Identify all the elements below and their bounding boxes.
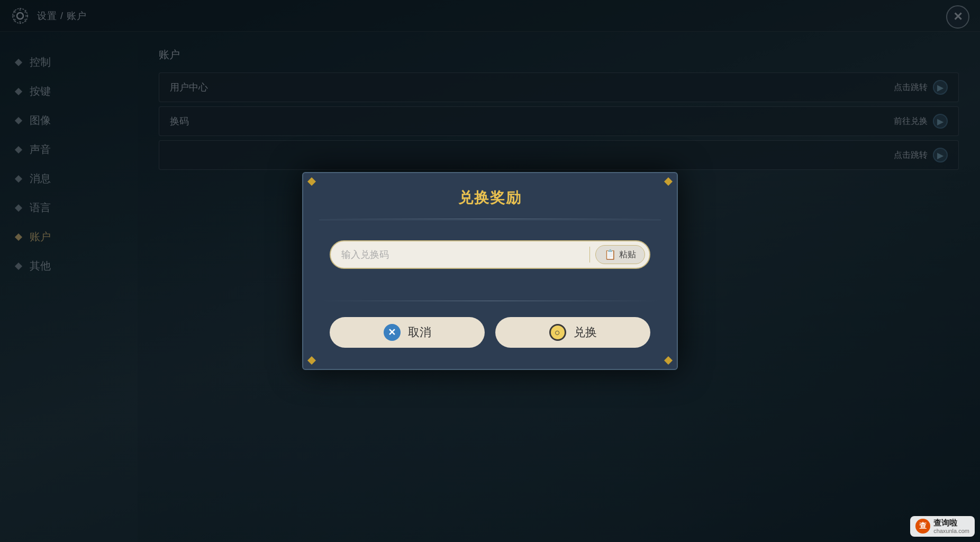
code-input[interactable] (341, 249, 584, 260)
modal-buttons: ✕ 取消 ○ 兑换 (303, 317, 677, 348)
corner-decoration-tr (663, 176, 674, 187)
cancel-icon: ✕ (384, 324, 401, 341)
corner-decoration-tl (306, 176, 317, 187)
watermark-logo: 查 (915, 519, 930, 534)
svg-marker-2 (307, 177, 316, 186)
svg-marker-3 (664, 177, 673, 186)
title-divider (319, 219, 661, 219)
code-input-wrapper[interactable]: 📋 粘贴 (330, 240, 650, 269)
cancel-label: 取消 (408, 324, 431, 340)
paste-label: 粘贴 (619, 249, 636, 260)
modal-overlay: 兑换奖励 📋 粘贴 ✕ 取消 ○ 兑换 (0, 0, 980, 542)
modal-title-bar: 兑换奖励 (303, 173, 677, 219)
confirm-button[interactable]: ○ 兑换 (495, 317, 650, 348)
footer-divider (319, 301, 661, 301)
confirm-label: 兑换 (574, 324, 597, 340)
svg-marker-5 (664, 356, 673, 365)
paste-icon: 📋 (604, 249, 616, 260)
confirm-icon: ○ (549, 324, 566, 341)
watermark-text: 查询啦 chaxunla.com (933, 518, 969, 535)
watermark-main: 查询啦 (933, 518, 969, 528)
corner-decoration-br (663, 355, 674, 366)
watermark: 查 查询啦 chaxunla.com (910, 516, 975, 537)
watermark-sub: chaxunla.com (933, 528, 969, 535)
cancel-button[interactable]: ✕ 取消 (330, 317, 485, 348)
input-divider (589, 247, 590, 263)
corner-decoration-bl (306, 355, 317, 366)
modal-body: 📋 粘贴 (303, 219, 677, 285)
paste-button[interactable]: 📋 粘贴 (595, 245, 645, 264)
modal-dialog: 兑换奖励 📋 粘贴 ✕ 取消 ○ 兑换 (302, 172, 678, 370)
modal-title: 兑换奖励 (458, 189, 522, 206)
svg-marker-4 (307, 356, 316, 365)
